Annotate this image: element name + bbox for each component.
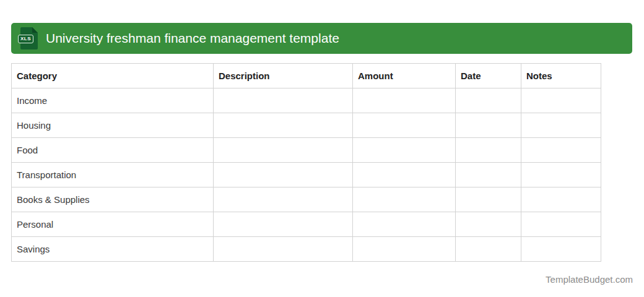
site-credit: TemplateBudget.com — [11, 274, 633, 285]
notes-cell[interactable] — [521, 187, 601, 212]
column-header-date: Date — [456, 64, 521, 88]
template-header-bar: XLS University freshman finance manageme… — [11, 23, 632, 54]
notes-cell[interactable] — [521, 88, 601, 113]
table-row: Savings — [12, 237, 601, 262]
category-cell: Housing — [12, 113, 214, 138]
table-row: Income — [12, 88, 601, 113]
notes-cell[interactable] — [521, 138, 601, 163]
notes-cell[interactable] — [521, 212, 601, 237]
date-cell[interactable] — [456, 212, 521, 237]
category-cell: Books & Supplies — [12, 187, 214, 212]
notes-cell[interactable] — [521, 237, 601, 262]
description-cell[interactable] — [214, 88, 353, 113]
column-header-notes: Notes — [521, 64, 601, 88]
date-cell[interactable] — [456, 163, 521, 187]
column-header-category: Category — [12, 64, 214, 88]
amount-cell[interactable] — [353, 212, 456, 237]
table-row: Books & Supplies — [12, 187, 601, 212]
date-cell[interactable] — [456, 88, 521, 113]
description-cell[interactable] — [214, 187, 353, 212]
notes-cell[interactable] — [521, 113, 601, 138]
column-header-description: Description — [214, 64, 353, 88]
table-row: Transportation — [12, 163, 601, 187]
table-row: Housing — [12, 113, 601, 138]
amount-cell[interactable] — [353, 187, 456, 212]
description-cell[interactable] — [214, 113, 353, 138]
column-header-amount: Amount — [353, 64, 456, 88]
amount-cell[interactable] — [353, 88, 456, 113]
table-header-row: Category Description Amount Date Notes — [12, 64, 601, 88]
description-cell[interactable] — [214, 237, 353, 262]
notes-cell[interactable] — [521, 163, 601, 187]
page: XLS University freshman finance manageme… — [0, 0, 644, 297]
table-row: Personal — [12, 212, 601, 237]
page-title: University freshman finance management t… — [46, 31, 339, 46]
description-cell[interactable] — [214, 163, 353, 187]
amount-cell[interactable] — [353, 237, 456, 262]
xls-file-fold — [32, 27, 38, 33]
amount-cell[interactable] — [353, 113, 456, 138]
category-cell: Personal — [12, 212, 214, 237]
category-cell: Food — [12, 138, 214, 163]
category-cell: Transportation — [12, 163, 214, 187]
xls-file-icon: XLS — [20, 27, 38, 50]
budget-table: Category Description Amount Date Notes I… — [11, 63, 601, 262]
description-cell[interactable] — [214, 212, 353, 237]
date-cell[interactable] — [456, 237, 521, 262]
amount-cell[interactable] — [353, 138, 456, 163]
category-cell: Savings — [12, 237, 214, 262]
amount-cell[interactable] — [353, 163, 456, 187]
table-row: Food — [12, 138, 601, 163]
date-cell[interactable] — [456, 187, 521, 212]
date-cell[interactable] — [456, 113, 521, 138]
date-cell[interactable] — [456, 138, 521, 163]
description-cell[interactable] — [214, 138, 353, 163]
xls-icon-label: XLS — [18, 35, 33, 43]
category-cell: Income — [12, 88, 214, 113]
